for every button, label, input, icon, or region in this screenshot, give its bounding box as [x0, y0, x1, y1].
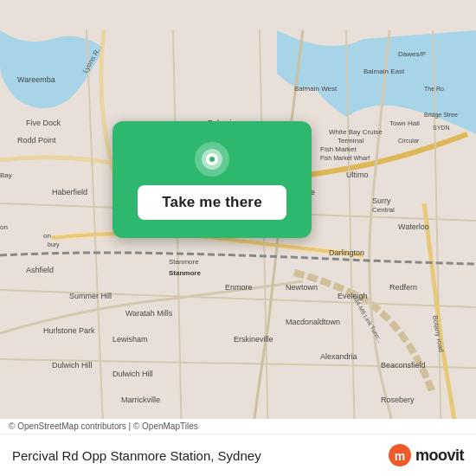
svg-text:Terminal: Terminal [338, 137, 363, 145]
map-container: Five Dock Haberfield Ashfield Hurlstone … [0, 0, 476, 476]
svg-text:Redfern: Redfern [389, 283, 417, 292]
svg-text:Marrickville: Marrickville [121, 396, 160, 404]
svg-text:Circular: Circular [398, 138, 420, 144]
svg-text:Central: Central [372, 206, 395, 214]
svg-text:Beaconsfield: Beaconsfield [381, 361, 426, 370]
svg-text:Wareemba: Wareemba [17, 75, 55, 84]
svg-text:on: on [0, 223, 8, 231]
svg-point-0 [312, 52, 415, 104]
svg-text:Fish Market: Fish Market [320, 145, 357, 153]
svg-line-6 [260, 30, 268, 446]
svg-text:Bridge Stree: Bridge Stree [424, 112, 458, 119]
svg-text:Five Dock: Five Dock [26, 119, 61, 127]
svg-text:Alexandria: Alexandria [320, 352, 357, 361]
svg-text:Stanmore: Stanmore [169, 258, 199, 266]
svg-text:Balmain East: Balmain East [363, 68, 405, 75]
moovit-icon: m [388, 443, 412, 467]
svg-text:Ultimo: Ultimo [346, 170, 369, 179]
moovit-logo: m moovit [388, 443, 464, 467]
map-attribution: © OpenStreetMap contributors | © OpenMap… [0, 419, 476, 434]
map-svg: Five Dock Haberfield Ashfield Hurlstone … [0, 0, 476, 476]
svg-text:Newtown: Newtown [286, 283, 318, 292]
location-text: Percival Rd Opp Stanmore Station, Sydney [12, 448, 261, 463]
svg-text:Botany road: Botany road [431, 315, 445, 353]
svg-text:Waterloo: Waterloo [398, 222, 429, 231]
svg-text:Summer Hill: Summer Hill [69, 292, 112, 300]
svg-text:Haberfield: Haberfield [52, 188, 87, 196]
location-row: Percival Rd Opp Stanmore Station, Sydney… [0, 434, 476, 476]
svg-text:SYDN: SYDN [433, 125, 449, 131]
svg-text:Dulwich Hill: Dulwich Hill [52, 361, 93, 370]
take-me-there-button[interactable]: Take me there [138, 185, 286, 220]
svg-text:The Ro: The Ro [424, 86, 444, 92]
svg-text:Rosebery: Rosebery [381, 396, 415, 404]
svg-text:Town Hall: Town Hall [389, 119, 420, 127]
svg-text:Ashfield: Ashfield [26, 266, 54, 274]
svg-text:Dawes/P: Dawes/P [398, 50, 426, 58]
svg-text:m: m [395, 449, 405, 463]
svg-point-65 [209, 157, 215, 162]
bottom-bar: © OpenStreetMap contributors | © OpenMap… [0, 419, 476, 476]
svg-text:Stanmore: Stanmore [169, 269, 201, 277]
svg-text:Hurlstone Park: Hurlstone Park [43, 326, 95, 335]
svg-text:Surry: Surry [372, 196, 391, 205]
svg-text:Rodd Point: Rodd Point [17, 136, 56, 145]
svg-text:Bay: Bay [0, 171, 12, 179]
card-overlay: Take me there [113, 121, 312, 238]
svg-text:on: on [43, 232, 51, 240]
svg-text:Balmain West: Balmain West [294, 85, 338, 93]
svg-text:Enmore: Enmore [225, 283, 253, 292]
moovit-name: moovit [415, 447, 464, 465]
svg-text:Lewisham: Lewisham [113, 335, 148, 344]
svg-text:Erskineville: Erskineville [234, 335, 273, 344]
location-pin-icon [193, 140, 231, 178]
svg-text:Fish Market Wharf: Fish Market Wharf [320, 155, 370, 161]
svg-text:Darlington: Darlington [329, 248, 364, 257]
svg-text:Dulwich Hill: Dulwich Hill [113, 370, 153, 378]
svg-text:White Bay Cruise: White Bay Cruise [329, 128, 383, 136]
svg-text:Macdonaldtown: Macdonaldtown [286, 318, 340, 326]
svg-text:bury: bury [48, 241, 60, 248]
svg-text:Waratah Mills: Waratah Mills [125, 309, 173, 318]
